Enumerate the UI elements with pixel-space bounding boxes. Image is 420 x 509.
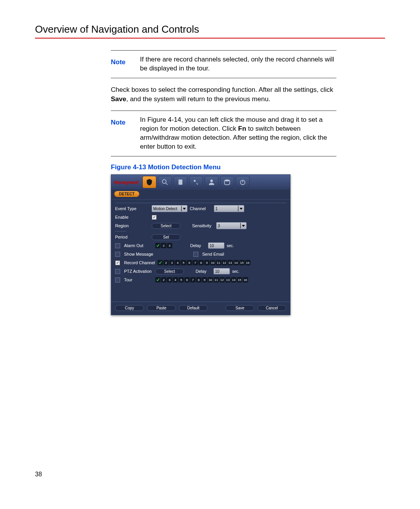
channel-1[interactable] [155, 277, 161, 283]
channel-11[interactable]: 11 [214, 277, 219, 283]
checkbox-enable[interactable]: ✓ [152, 215, 157, 220]
channel-13[interactable]: 13 [225, 277, 231, 283]
select-channel[interactable]: 1 [214, 205, 244, 212]
channel-16[interactable]: 16 [243, 277, 248, 283]
channel-5[interactable]: 5 [181, 260, 186, 265]
channel-8[interactable]: 8 [196, 277, 201, 283]
channel-4[interactable]: 4 [175, 260, 180, 265]
select-value: 1 [215, 207, 236, 211]
note-block-1: Note If there are record channels select… [111, 50, 336, 78]
nav-power-icon[interactable] [236, 176, 250, 188]
save-button[interactable]: Save [226, 305, 254, 311]
channel-15[interactable]: 15 [239, 260, 245, 265]
channel-9[interactable]: 9 [202, 277, 207, 283]
checkbox-show-message[interactable] [115, 252, 120, 257]
channel-2[interactable]: 2 [161, 277, 166, 283]
tour-channel-list: 2345678910111213141516 [155, 277, 248, 283]
note-label: Note [111, 55, 132, 73]
paste-button[interactable]: Paste [147, 305, 176, 311]
dvr-body: Event Type Motion Detect Channel 1 Enabl… [111, 199, 290, 302]
channel-13[interactable]: 13 [228, 260, 233, 265]
note-label: Note [111, 116, 132, 151]
checkbox-record-channel[interactable]: ✓ [115, 260, 120, 265]
channel-9[interactable]: 9 [204, 260, 210, 265]
nav-search-icon[interactable] [158, 176, 172, 188]
default-button[interactable]: Default [179, 305, 208, 311]
channel-16[interactable]: 16 [245, 260, 250, 265]
alarm-out-1[interactable] [155, 243, 161, 248]
checkbox-ptz[interactable] [115, 269, 120, 274]
svg-point-0 [163, 180, 166, 184]
checkbox-send-email[interactable] [193, 252, 198, 257]
nav-user-icon[interactable] [205, 176, 219, 188]
detect-badge: DETECT [114, 191, 139, 197]
dvr-toolbar: Honeywell [111, 175, 290, 190]
channel-14[interactable]: 14 [233, 260, 239, 265]
checkbox-alarm-out[interactable] [115, 243, 120, 248]
ptz-select-button[interactable]: Select [155, 269, 184, 274]
select-event-type[interactable]: Motion Detect [152, 205, 187, 212]
label-show-message: Show Message [124, 252, 158, 256]
label-delay: Delay [196, 269, 211, 274]
label-record-channel: Record Channel [124, 260, 155, 265]
channel-10[interactable]: 10 [208, 277, 213, 283]
label-region: Region [115, 223, 149, 228]
para-text-a: Check boxes to select the corresponding … [111, 86, 333, 93]
nav-keys-icon[interactable] [189, 176, 203, 188]
channel-11[interactable]: 11 [216, 260, 221, 265]
body-paragraph: Check boxes to select the corresponding … [111, 85, 336, 104]
channel-4[interactable]: 4 [173, 277, 178, 283]
note-text: If there are record channels selected, o… [140, 55, 336, 73]
divider [115, 203, 286, 203]
alarm-delay-input[interactable]: 10 [208, 242, 224, 249]
channel-15[interactable]: 15 [237, 277, 242, 283]
channel-10[interactable]: 10 [210, 260, 215, 265]
channel-12[interactable]: 12 [219, 277, 225, 283]
dvr-panel: Honeywell DETECT [111, 174, 290, 315]
record-channel-list: 2345678910111213141516 [158, 260, 250, 265]
chevron-down-icon [183, 208, 186, 210]
figure-reference: Figure 4-14 [147, 116, 181, 123]
page-title: Overview of Navigation and Controls [35, 23, 385, 39]
label-tour: Tour [124, 277, 153, 282]
para-text-b: , and the system will return to the prev… [126, 95, 270, 103]
label-sec: sec. [232, 269, 239, 274]
channel-14[interactable]: 14 [231, 277, 236, 283]
channel-2[interactable]: 2 [163, 260, 169, 265]
label-enable: Enable [115, 215, 149, 219]
cancel-button[interactable]: Cancel [257, 305, 286, 311]
alarm-out-3[interactable]: 3 [167, 243, 172, 248]
copy-button[interactable]: Copy [115, 305, 144, 311]
channel-7[interactable]: 7 [192, 260, 198, 265]
channel-3[interactable]: 3 [169, 260, 175, 265]
chevron-down-icon [240, 208, 243, 210]
svg-line-1 [166, 183, 168, 185]
select-sensitivity[interactable]: 3 [216, 222, 247, 229]
svg-point-4 [210, 180, 213, 183]
note-text: In Figure 4-14, you can left click the m… [140, 116, 336, 151]
channel-5[interactable]: 5 [178, 277, 184, 283]
channel-6[interactable]: 6 [184, 277, 190, 283]
channel-3[interactable]: 3 [167, 277, 172, 283]
chevron-down-icon [242, 225, 245, 227]
period-set-button[interactable]: Set [152, 234, 180, 240]
ptz-delay-input[interactable]: 10 [214, 268, 230, 274]
checkbox-tour[interactable] [115, 277, 120, 283]
label-sec: sec. [227, 244, 234, 248]
brand-label: Honeywell [114, 179, 138, 185]
region-select-button[interactable]: Select [152, 223, 180, 229]
nav-disk-icon[interactable] [220, 176, 234, 188]
channel-6[interactable]: 6 [187, 260, 192, 265]
channel-1[interactable] [158, 260, 163, 265]
alarm-out-2[interactable]: 2 [161, 243, 166, 248]
channel-7[interactable]: 7 [190, 277, 196, 283]
nav-detect-icon[interactable] [142, 176, 156, 188]
nav-memo-icon[interactable] [173, 176, 187, 188]
channel-12[interactable]: 12 [222, 260, 227, 265]
label-period: Period [115, 235, 149, 239]
svg-point-3 [194, 180, 196, 182]
figure-caption: Figure 4-13 Motion Detection Menu [111, 163, 336, 171]
channel-8[interactable]: 8 [198, 260, 204, 265]
svg-rect-2 [178, 180, 182, 185]
para-bold: Save [111, 95, 126, 103]
